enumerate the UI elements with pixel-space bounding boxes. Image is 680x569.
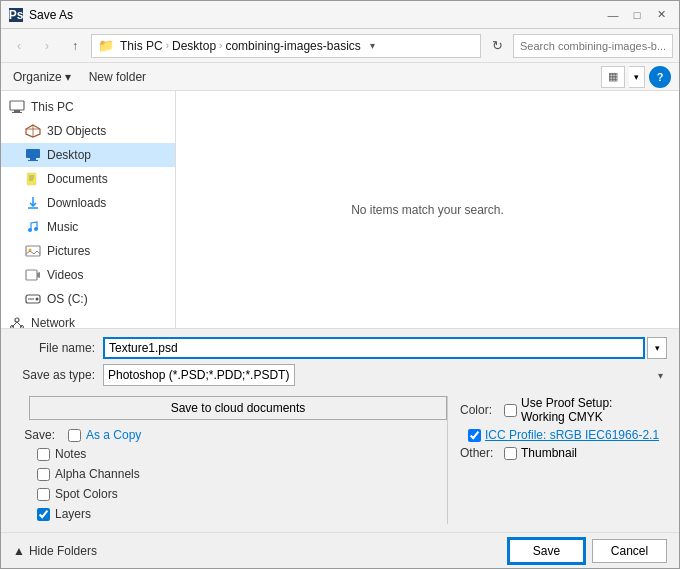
icc-profile-link[interactable]: ICC Profile: sRGB IEC61966-2.1 <box>485 428 659 442</box>
main-content: This PC 3D Objects Desktop Documents <box>1 91 679 328</box>
organize-button[interactable]: Organize ▾ <box>9 66 75 88</box>
back-button[interactable]: ‹ <box>7 34 31 58</box>
save-type-wrapper: Photoshop (*.PSD;*.PDD;*.PSDT) <box>103 364 667 386</box>
sidebar-item-music[interactable]: Music <box>1 215 175 239</box>
as-a-copy-checkbox[interactable] <box>68 429 81 442</box>
up-button[interactable]: ↑ <box>63 34 87 58</box>
sidebar-item-desktop[interactable]: Desktop <box>1 143 175 167</box>
sidebar-item-os-c[interactable]: OS (C:) <box>1 287 175 311</box>
spot-colors-row: Spot Colors <box>37 484 447 504</box>
file-name-row: File name: ▾ <box>13 337 667 359</box>
svg-line-26 <box>17 322 22 327</box>
svg-point-22 <box>15 318 19 322</box>
3d-objects-label: 3D Objects <box>47 124 106 138</box>
use-proof-checkbox[interactable] <box>504 404 517 417</box>
save-type-label: Save as type: <box>13 368 103 382</box>
spot-colors-label[interactable]: Spot Colors <box>55 487 118 501</box>
svg-rect-9 <box>27 173 36 185</box>
save-options-label: Save: <box>13 428 63 442</box>
thumbnail-checkbox[interactable] <box>504 447 517 460</box>
options-area: Save to cloud documents Save: As a Copy … <box>13 396 667 524</box>
filename-dropdown-button[interactable]: ▾ <box>647 337 667 359</box>
svg-point-14 <box>28 228 32 232</box>
icc-row: ICC Profile: sRGB IEC61966-2.1 <box>468 428 667 442</box>
alpha-channels-row: Alpha Channels <box>37 464 447 484</box>
svg-rect-0 <box>10 101 24 110</box>
breadcrumb-dropdown-button[interactable]: ▾ <box>364 35 382 57</box>
breadcrumb-this-pc[interactable]: This PC <box>120 39 163 53</box>
as-a-copy-label[interactable]: As a Copy <box>86 428 141 442</box>
folder-icon: 📁 <box>98 38 114 53</box>
svg-rect-1 <box>14 110 20 112</box>
svg-rect-16 <box>26 246 40 256</box>
forward-button[interactable]: › <box>35 34 59 58</box>
sidebar-item-videos[interactable]: Videos <box>1 263 175 287</box>
hide-folders-label: Hide Folders <box>29 544 97 558</box>
sidebar-item-pictures[interactable]: Pictures <box>1 239 175 263</box>
sidebar: This PC 3D Objects Desktop Documents <box>1 91 176 328</box>
new-folder-button[interactable]: New folder <box>85 66 150 88</box>
alpha-channels-checkbox[interactable] <box>37 468 50 481</box>
close-button[interactable]: ✕ <box>651 5 671 25</box>
file-name-label: File name: <box>13 341 103 355</box>
svg-rect-18 <box>26 270 37 280</box>
music-icon <box>25 219 41 235</box>
layers-row: Layers <box>37 504 447 524</box>
view-dropdown-button[interactable]: ▾ <box>629 66 645 88</box>
search-box[interactable] <box>513 34 673 58</box>
sidebar-item-this-pc[interactable]: This PC <box>1 95 175 119</box>
desktop-label: Desktop <box>47 148 91 162</box>
svg-rect-6 <box>26 149 40 158</box>
color-row: Color: Use Proof Setup: Working CMYK <box>460 396 667 424</box>
icc-profile-checkbox[interactable] <box>468 429 481 442</box>
color-section-label: Color: <box>460 403 500 417</box>
videos-label: Videos <box>47 268 83 282</box>
sidebar-item-documents[interactable]: Documents <box>1 167 175 191</box>
svg-rect-7 <box>30 158 36 160</box>
layers-label[interactable]: Layers <box>55 507 91 521</box>
thumbnail-label[interactable]: Thumbnail <box>521 446 577 460</box>
music-label: Music <box>47 220 78 234</box>
breadcrumb-sep-1: › <box>166 40 169 51</box>
icc-profile-label[interactable]: ICC Profile: sRGB IEC61966-2.1 <box>485 428 659 442</box>
other-label: Other: <box>460 446 500 460</box>
minimize-button[interactable]: — <box>603 5 623 25</box>
sidebar-item-downloads[interactable]: Downloads <box>1 191 175 215</box>
sidebar-item-network[interactable]: Network <box>1 311 175 328</box>
breadcrumb-bar[interactable]: 📁 This PC › Desktop › combining-images-b… <box>91 34 481 58</box>
save-as-dialog: Ps Save As — □ ✕ ‹ › ↑ 📁 This PC › Deskt… <box>0 0 680 569</box>
file-name-input[interactable] <box>103 337 645 359</box>
drive-icon <box>25 291 41 307</box>
spot-colors-checkbox[interactable] <box>37 488 50 501</box>
bottom-panel: File name: ▾ Save as type: Photoshop (*.… <box>1 328 679 532</box>
footer: ▲ Hide Folders Save Cancel <box>1 532 679 568</box>
breadcrumb-folder[interactable]: combining-images-basics <box>225 39 360 53</box>
save-button[interactable]: Save <box>509 539 584 563</box>
sidebar-item-3d-objects[interactable]: 3D Objects <box>1 119 175 143</box>
cloud-button[interactable]: Save to cloud documents <box>29 396 447 420</box>
hide-folders-button[interactable]: ▲ Hide Folders <box>13 544 97 558</box>
title-bar: Ps Save As — □ ✕ <box>1 1 679 29</box>
layers-checkbox[interactable] <box>37 508 50 521</box>
alpha-channels-label[interactable]: Alpha Channels <box>55 467 140 481</box>
help-button[interactable]: ? <box>649 66 671 88</box>
notes-checkbox[interactable] <box>37 448 50 461</box>
refresh-button[interactable]: ↻ <box>485 34 509 58</box>
documents-label: Documents <box>47 172 108 186</box>
search-input[interactable] <box>520 40 666 52</box>
cancel-button[interactable]: Cancel <box>592 539 667 563</box>
breadcrumb-desktop[interactable]: Desktop <box>172 39 216 53</box>
use-proof-label: Use Proof Setup: Working CMYK <box>521 396 612 424</box>
breadcrumb-sep-2: › <box>219 40 222 51</box>
network-icon <box>9 315 25 328</box>
options-left: Save to cloud documents Save: As a Copy … <box>13 396 447 524</box>
thumbnail-row: Other: Thumbnail <box>460 446 667 460</box>
view-button[interactable]: ▦ <box>601 66 625 88</box>
svg-rect-8 <box>28 160 38 161</box>
pictures-label: Pictures <box>47 244 90 258</box>
this-pc-label: This PC <box>31 100 74 114</box>
notes-label[interactable]: Notes <box>55 447 86 461</box>
save-type-select[interactable]: Photoshop (*.PSD;*.PDD;*.PSDT) <box>103 364 295 386</box>
svg-point-20 <box>36 298 39 301</box>
maximize-button[interactable]: □ <box>627 5 647 25</box>
